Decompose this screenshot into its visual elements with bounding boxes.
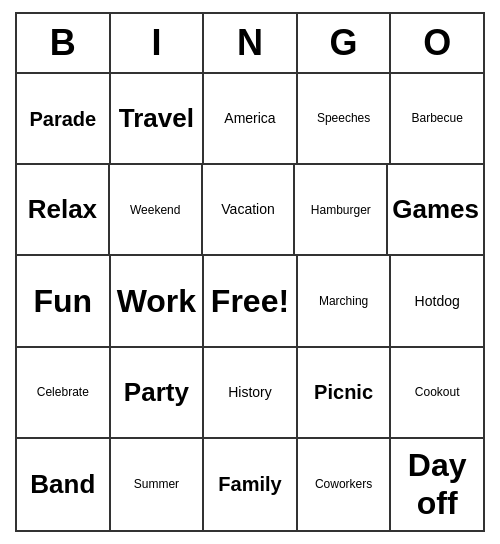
bingo-cell: Day off bbox=[391, 439, 483, 530]
header-letter: N bbox=[204, 14, 298, 74]
bingo-cell: Band bbox=[17, 439, 111, 530]
bingo-cell: Coworkers bbox=[298, 439, 392, 530]
bingo-cell: America bbox=[204, 74, 298, 165]
bingo-cell: Party bbox=[111, 348, 205, 439]
bingo-cell: Cookout bbox=[391, 348, 483, 439]
bingo-cell: Travel bbox=[111, 74, 205, 165]
bingo-header: BINGO bbox=[17, 14, 483, 74]
bingo-row: FunWorkFree!MarchingHotdog bbox=[17, 256, 483, 347]
bingo-cell: Speeches bbox=[298, 74, 392, 165]
bingo-cell: Celebrate bbox=[17, 348, 111, 439]
header-letter: O bbox=[391, 14, 483, 74]
bingo-body: ParadeTravelAmericaSpeechesBarbecueRelax… bbox=[17, 74, 483, 530]
header-letter: I bbox=[111, 14, 205, 74]
bingo-cell: Barbecue bbox=[391, 74, 483, 165]
bingo-cell: Weekend bbox=[110, 165, 203, 256]
bingo-row: RelaxWeekendVacationHamburgerGames bbox=[17, 165, 483, 256]
bingo-cell: History bbox=[204, 348, 298, 439]
bingo-cell: Summer bbox=[111, 439, 205, 530]
bingo-cell: Parade bbox=[17, 74, 111, 165]
bingo-row: CelebratePartyHistoryPicnicCookout bbox=[17, 348, 483, 439]
bingo-cell: Hotdog bbox=[391, 256, 483, 347]
bingo-cell: Games bbox=[388, 165, 483, 256]
header-letter: G bbox=[298, 14, 392, 74]
bingo-cell: Picnic bbox=[298, 348, 392, 439]
bingo-row: BandSummerFamilyCoworkersDay off bbox=[17, 439, 483, 530]
bingo-cell: Fun bbox=[17, 256, 111, 347]
bingo-row: ParadeTravelAmericaSpeechesBarbecue bbox=[17, 74, 483, 165]
bingo-cell: Free! bbox=[204, 256, 298, 347]
bingo-cell: Hamburger bbox=[295, 165, 388, 256]
bingo-cell: Family bbox=[204, 439, 298, 530]
bingo-cell: Work bbox=[111, 256, 205, 347]
header-letter: B bbox=[17, 14, 111, 74]
bingo-card: BINGO ParadeTravelAmericaSpeechesBarbecu… bbox=[15, 12, 485, 532]
bingo-cell: Marching bbox=[298, 256, 392, 347]
bingo-cell: Vacation bbox=[203, 165, 296, 256]
bingo-cell: Relax bbox=[17, 165, 110, 256]
